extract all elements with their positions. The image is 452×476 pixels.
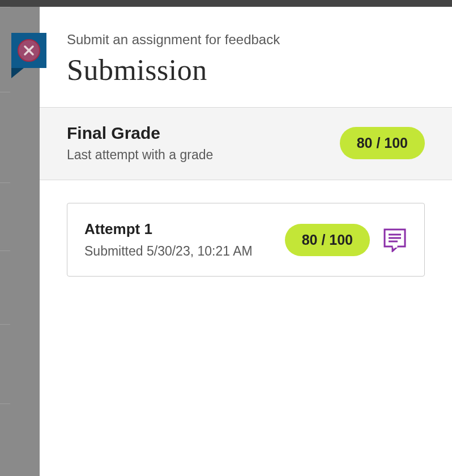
svg-rect-3: [393, 245, 398, 248]
top-bar: [0, 0, 452, 7]
final-grade-section: Final Grade Last attempt with a grade 80…: [40, 107, 452, 180]
submission-panel: Submit an assignment for feedback Submis…: [40, 7, 452, 476]
attempt-text: Attempt 1 Submitted 5/30/23, 10:21 AM: [84, 220, 253, 259]
panel-pretitle: Submit an assignment for feedback: [67, 32, 452, 48]
attempt-right: 80 / 100: [285, 224, 407, 256]
final-grade-score: 80 / 100: [340, 127, 425, 159]
final-grade-label: Final Grade: [67, 124, 213, 143]
panel-title: Submission: [67, 53, 452, 87]
close-button[interactable]: [11, 33, 46, 68]
attempt-title: Attempt 1: [84, 220, 253, 238]
attempt-card[interactable]: Attempt 1 Submitted 5/30/23, 10:21 AM 80…: [67, 203, 425, 277]
attempt-score: 80 / 100: [285, 224, 370, 256]
final-grade-text: Final Grade Last attempt with a grade: [67, 124, 213, 163]
sidebar-strip: [0, 7, 10, 476]
feedback-icon[interactable]: [382, 227, 407, 252]
attempts-list: Attempt 1 Submitted 5/30/23, 10:21 AM 80…: [40, 180, 452, 299]
attempt-submitted: Submitted 5/30/23, 10:21 AM: [84, 244, 253, 259]
final-grade-sub: Last attempt with a grade: [67, 147, 213, 163]
close-icon: [18, 39, 40, 62]
panel-header: Submit an assignment for feedback Submis…: [40, 7, 452, 107]
